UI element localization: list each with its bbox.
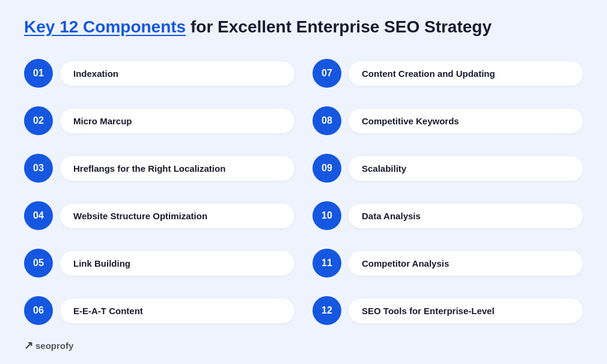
list-item: 07Content Creation and Updating (313, 54, 583, 93)
item-label: Content Creation and Updating (349, 61, 583, 86)
components-grid: 01Indexation07Content Creation and Updat… (24, 54, 583, 330)
item-badge: 09 (313, 154, 341, 183)
item-badge: 10 (313, 201, 341, 230)
brand-logo: ↗ seoprofy (24, 339, 73, 352)
list-item: 06E-E-A-T Content (24, 291, 294, 330)
list-item: 02Micro Marcup (24, 102, 294, 141)
list-item: 08Competitive Keywords (313, 102, 583, 141)
item-badge: 11 (313, 249, 341, 278)
item-label: SEO Tools for Enterprise-Level (349, 299, 583, 323)
item-label: Competitive Keywords (349, 109, 583, 133)
item-badge: 08 (313, 106, 341, 135)
item-label: Indexation (60, 61, 294, 86)
page-title: Key 12 Components for Excellent Enterpri… (24, 17, 583, 37)
item-label: Hreflangs for the Right Localization (60, 156, 294, 181)
item-label: Website Structure Optimization (60, 204, 294, 228)
list-item: 11Competitor Analysis (313, 244, 583, 283)
item-badge: 12 (313, 296, 341, 325)
footer: ↗ seoprofy (24, 339, 583, 352)
title-rest: for Excellent Enterprise SEO Strategy (186, 17, 492, 36)
list-item: 12SEO Tools for Enterprise-Level (313, 291, 583, 330)
page-header: Key 12 Components for Excellent Enterpri… (24, 17, 583, 37)
list-item: 05Link Building (24, 244, 294, 283)
list-item: 03Hreflangs for the Right Localization (24, 149, 294, 188)
item-badge: 05 (24, 249, 53, 278)
item-label: E-E-A-T Content (60, 299, 294, 323)
list-item: 10Data Analysis (313, 196, 583, 235)
list-item: 09Scalability (313, 149, 583, 188)
title-highlight: Key 12 Components (24, 17, 186, 36)
item-label: Micro Marcup (60, 109, 294, 133)
item-badge: 02 (24, 106, 53, 135)
arrow-icon: ↗ (24, 339, 33, 352)
item-badge: 06 (24, 296, 53, 325)
item-label: Data Analysis (349, 204, 583, 228)
list-item: 01Indexation (24, 54, 294, 93)
page-wrapper: Key 12 Components for Excellent Enterpri… (0, 0, 607, 364)
item-badge: 07 (313, 59, 341, 88)
item-badge: 03 (24, 154, 53, 183)
list-item: 04Website Structure Optimization (24, 196, 294, 235)
item-label: Competitor Analysis (349, 251, 583, 276)
brand-name: seoprofy (35, 341, 73, 351)
item-badge: 01 (24, 59, 53, 88)
item-label: Scalability (349, 156, 583, 181)
item-badge: 04 (24, 201, 53, 230)
item-label: Link Building (60, 251, 294, 276)
